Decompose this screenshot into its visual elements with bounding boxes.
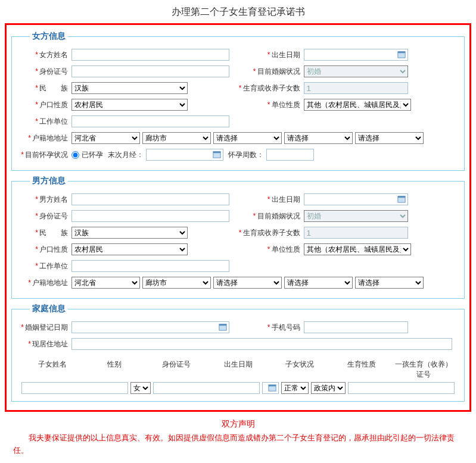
child-name-header: 子女姓名 xyxy=(21,359,83,380)
residence-label: *现居住地址 xyxy=(18,339,71,349)
pregnant-option-label: 已怀孕 xyxy=(82,150,103,160)
phone-input[interactable] xyxy=(304,321,408,333)
male-hukou-type-label: *户口性质 xyxy=(18,245,71,255)
female-section: 女方信息 *女方姓名 *出生日期 *身份证号 *目前婚姻状况 初婚 xyxy=(11,31,465,171)
male-birth-label: *出生日期 xyxy=(238,195,304,205)
child-birth-input[interactable] xyxy=(262,382,279,394)
child-nature-select[interactable]: 政策内 xyxy=(311,382,346,394)
child-name-input[interactable] xyxy=(21,382,128,394)
child-cert-input[interactable] xyxy=(348,382,455,394)
male-addr-province-select[interactable]: 河北省 xyxy=(71,277,140,289)
male-addr-district-select[interactable]: 请选择 xyxy=(213,277,282,289)
male-children-count-label: *生育或收养子女数 xyxy=(238,228,304,238)
declaration-text: 我夫妻保证提供的以上信息真实、有效。如因提供虚假信息而造成错办第二个子女生育登记… xyxy=(13,432,463,457)
male-unit-type-select[interactable]: 其他（农村居民、城镇居民及灵 xyxy=(304,243,411,255)
last-period-input[interactable] xyxy=(146,149,223,161)
child-status-select[interactable]: 正常 xyxy=(281,382,309,394)
pregnant-radio[interactable] xyxy=(71,151,79,159)
male-work-unit-label: *工作单位 xyxy=(18,261,71,271)
female-children-count-label: *生育或收养子女数 xyxy=(238,83,304,93)
female-unit-type-label: *单位性质 xyxy=(238,100,304,110)
male-id-label: *身份证号 xyxy=(18,211,71,221)
male-marital-label: *目前婚姻状况 xyxy=(238,211,304,221)
last-period-label: 末次月经： xyxy=(108,150,144,160)
female-marital-select[interactable]: 初婚 xyxy=(304,65,408,77)
male-addr-village-select[interactable]: 请选择 xyxy=(355,277,424,289)
female-hukou-addr-label: *户籍地地址 xyxy=(18,133,71,143)
child-nature-header: 生育性质 xyxy=(331,359,393,380)
female-id-label: *身份证号 xyxy=(18,67,71,77)
female-addr-town-select[interactable]: 请选择 xyxy=(284,132,353,144)
child-cert-header: 一孩生育（收养）证号 xyxy=(393,359,455,380)
male-addr-city-select[interactable]: 廊坊市 xyxy=(142,277,211,289)
child-id-header: 身份证号 xyxy=(145,359,207,380)
male-children-count-input[interactable] xyxy=(304,227,408,239)
child-gender-header: 性别 xyxy=(83,359,145,380)
male-hukou-type-select[interactable]: 农村居民 xyxy=(71,243,188,255)
female-ethnic-label: *民 族 xyxy=(18,83,71,93)
page-title: 办理第二个子女生育登记承诺书 xyxy=(0,0,476,23)
male-work-unit-input[interactable] xyxy=(71,260,229,272)
female-preg-status-label: *目前怀孕状况 xyxy=(18,150,71,160)
preg-weeks-input[interactable] xyxy=(266,149,314,161)
phone-label: *手机号码 xyxy=(238,323,304,333)
child-gender-select[interactable]: 女 xyxy=(130,382,151,394)
female-work-unit-input[interactable] xyxy=(71,115,229,127)
male-ethnic-select[interactable]: 汉族 xyxy=(71,227,188,239)
residence-input[interactable] xyxy=(71,338,452,350)
female-hukou-type-select[interactable]: 农村居民 xyxy=(71,99,188,111)
family-legend: 家庭信息 xyxy=(30,304,68,314)
female-addr-city-select[interactable]: 廊坊市 xyxy=(142,132,211,144)
male-hukou-addr-label: *户籍地地址 xyxy=(18,278,71,288)
female-id-input[interactable] xyxy=(71,65,229,77)
female-birth-label: *出生日期 xyxy=(238,50,304,60)
family-section: 家庭信息 *婚姻登记日期 *手机号码 *现居住地址 子女姓名 性别 身份证号 出… xyxy=(11,304,465,402)
female-work-unit-label: *工作单位 xyxy=(18,117,71,127)
child-row: 女 正常 政策内 xyxy=(18,382,458,394)
female-marital-label: *目前婚姻状况 xyxy=(238,67,304,77)
male-unit-type-label: *单位性质 xyxy=(238,245,304,255)
male-name-input[interactable] xyxy=(71,193,229,205)
male-section: 男方信息 *男方姓名 *出生日期 *身份证号 *目前婚姻状况 初婚 xyxy=(11,176,465,299)
main-form-highlight: 女方信息 *女方姓名 *出生日期 *身份证号 *目前婚姻状况 初婚 xyxy=(5,23,471,412)
female-legend: 女方信息 xyxy=(30,31,68,42)
female-children-count-input[interactable] xyxy=(304,82,408,94)
female-unit-type-select[interactable]: 其他（农村居民、城镇居民及灵 xyxy=(304,99,411,111)
marriage-reg-label: *婚姻登记日期 xyxy=(18,323,71,333)
male-marital-select[interactable]: 初婚 xyxy=(304,210,408,222)
female-hukou-type-label: *户口性质 xyxy=(18,100,71,110)
female-addr-province-select[interactable]: 河北省 xyxy=(71,132,140,144)
declaration-title: 双方声明 xyxy=(6,419,470,430)
female-ethnic-select[interactable]: 汉族 xyxy=(71,82,188,94)
male-legend: 男方信息 xyxy=(30,176,68,186)
male-birth-input[interactable] xyxy=(304,193,408,205)
marriage-reg-input[interactable] xyxy=(71,321,229,333)
female-addr-district-select[interactable]: 请选择 xyxy=(213,132,282,144)
female-name-input[interactable] xyxy=(71,49,229,61)
male-id-input[interactable] xyxy=(71,210,229,222)
female-addr-village-select[interactable]: 请选择 xyxy=(355,132,424,144)
child-table-header: 子女姓名 性别 身份证号 出生日期 子女状况 生育性质 一孩生育（收养）证号 xyxy=(21,359,455,380)
preg-weeks-label: 怀孕周数： xyxy=(228,150,264,160)
female-name-label: *女方姓名 xyxy=(18,50,71,60)
male-name-label: *男方姓名 xyxy=(18,195,71,205)
child-birth-header: 出生日期 xyxy=(207,359,269,380)
female-birth-input[interactable] xyxy=(304,49,408,61)
child-status-header: 子女状况 xyxy=(269,359,331,380)
male-ethnic-label: *民 族 xyxy=(18,228,71,238)
male-addr-town-select[interactable]: 请选择 xyxy=(284,277,353,289)
child-id-input[interactable] xyxy=(153,382,260,394)
